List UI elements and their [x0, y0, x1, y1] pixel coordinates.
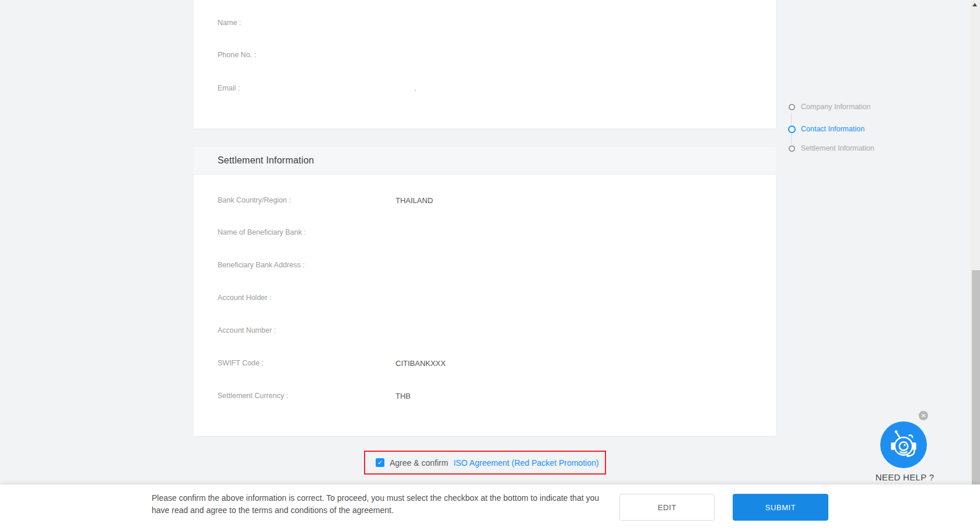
- scroll-up-icon[interactable]: [972, 3, 977, 6]
- field-value: CITIBANKXXX: [396, 359, 446, 368]
- field-row: Phone No. :: [194, 51, 776, 61]
- settlement-panel-header: Settlement Information: [194, 147, 776, 175]
- edit-button[interactable]: EDIT: [620, 494, 715, 521]
- agreement-label: Agree & confirm: [390, 458, 448, 468]
- vertical-scrollbar[interactable]: [970, 0, 980, 484]
- field-row: Account Number :: [194, 326, 776, 337]
- field-row: Beneficiary Bank Address :: [194, 261, 776, 271]
- field-row: Email : .: [194, 84, 776, 95]
- stepper-label: Contact Information: [801, 125, 864, 133]
- help-close-button[interactable]: ✕: [919, 411, 928, 420]
- field-value: THAILAND: [396, 196, 433, 205]
- settlement-information-panel: Settlement Information Bank Country/Regi…: [194, 147, 776, 436]
- stepper-item-contact-information[interactable]: Contact Information: [788, 125, 864, 133]
- field-row: Name :: [194, 19, 776, 29]
- field-label: SWIFT Code :: [218, 359, 264, 367]
- stepper-label: Company Information: [801, 103, 871, 111]
- robot-headset-icon: [885, 426, 922, 463]
- help-chat-button[interactable]: [880, 421, 927, 468]
- contact-information-panel: Name : Phone No. : Email : .: [194, 0, 776, 128]
- stepper-connector: [791, 134, 792, 144]
- step-circle-icon: [788, 125, 796, 133]
- step-circle-icon: [789, 104, 795, 110]
- field-label: Settlement Currency :: [218, 392, 288, 400]
- checkmark-icon: ✓: [377, 459, 383, 466]
- field-row: Account Holder :: [194, 294, 776, 304]
- stepper-item-settlement-information[interactable]: Settlement Information: [788, 144, 874, 152]
- notice-line: have read and agree to the terms and con…: [152, 504, 599, 517]
- footer-bar: Please confirm the above information is …: [0, 484, 980, 530]
- notice-line: Please confirm the above information is …: [152, 492, 599, 504]
- field-label: Account Holder :: [218, 294, 271, 302]
- field-value: .: [414, 84, 416, 93]
- field-label: Name of Beneficiary Bank :: [218, 228, 306, 236]
- section-title: Settlement Information: [218, 155, 314, 166]
- field-label: Phone No. :: [218, 51, 256, 59]
- agree-checkbox[interactable]: ✓: [376, 458, 384, 467]
- field-row: Bank Country/Region : THAILAND: [194, 196, 776, 207]
- field-label: Email :: [218, 84, 240, 92]
- field-row: Name of Beneficiary Bank :: [194, 228, 776, 239]
- confirmation-notice: Please confirm the above information is …: [152, 492, 599, 517]
- need-help-label: NEED HELP ?: [870, 472, 940, 482]
- field-label: Name :: [218, 19, 241, 27]
- stepper-connector: [791, 113, 792, 124]
- scrollbar-thumb[interactable]: [972, 270, 980, 484]
- submit-button[interactable]: SUBMIT: [733, 494, 828, 521]
- field-label: Bank Country/Region :: [218, 196, 291, 204]
- step-circle-icon: [789, 145, 795, 152]
- close-icon: ✕: [921, 413, 926, 419]
- confirmation-page: Name : Phone No. : Email : . Settlement …: [0, 0, 980, 530]
- stepper-label: Settlement Information: [801, 144, 874, 152]
- field-row: Settlement Currency : THB: [194, 392, 776, 402]
- stepper-item-company-information[interactable]: Company Information: [788, 103, 871, 111]
- field-label: Account Number :: [218, 326, 276, 334]
- agreement-highlight-box: ✓ Agree & confirm ISO Agreement (Red Pac…: [364, 451, 606, 475]
- field-value: THB: [396, 392, 411, 400]
- field-label: Beneficiary Bank Address :: [218, 261, 304, 269]
- iso-agreement-link[interactable]: ISO Agreement (Red Packet Promotion): [453, 458, 598, 468]
- field-row: SWIFT Code : CITIBANKXXX: [194, 359, 776, 369]
